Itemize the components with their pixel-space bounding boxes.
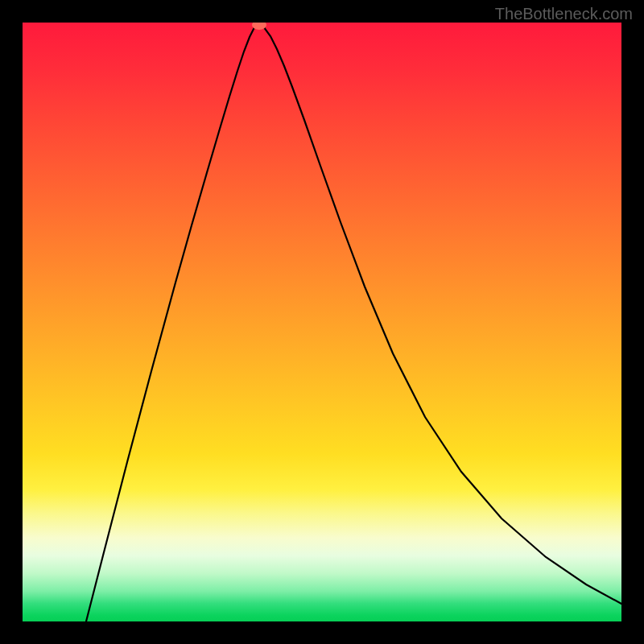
chart-curve-line [86, 25, 621, 621]
chart-svg [23, 23, 621, 621]
plot-area [23, 23, 621, 621]
watermark-text: TheBottleneck.com [495, 5, 633, 23]
